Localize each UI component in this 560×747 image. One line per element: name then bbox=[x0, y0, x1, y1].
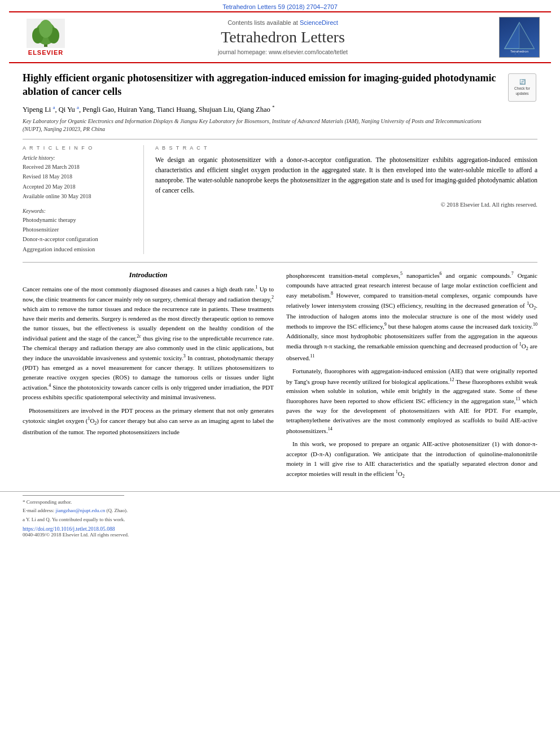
ref-9: 9 bbox=[384, 322, 387, 327]
sup-a1: a bbox=[53, 104, 55, 110]
homepage-line: journal homepage: www.elsevier.com/locat… bbox=[71, 49, 495, 55]
abstract-col: A B S T R A C T We design an organic pho… bbox=[155, 145, 537, 254]
affiliation-line: Key Laboratory for Organic Electronics a… bbox=[23, 117, 501, 133]
keyword-3: Donor-π-acceptor configuration bbox=[23, 234, 135, 244]
journal-title-banner: Tetrahedron Letters bbox=[71, 28, 495, 46]
article-info-col: A R T I C L E I N F O Article history: R… bbox=[23, 145, 144, 254]
right-para-3: In this work, we proposed to prepare an … bbox=[286, 439, 537, 480]
footer-divider bbox=[23, 495, 124, 496]
info-abstract-section: A R T I C L E I N F O Article history: R… bbox=[23, 145, 537, 263]
sup-a2: a bbox=[77, 104, 79, 110]
left-para-1: Cancer remains one of the most commonly … bbox=[23, 284, 274, 402]
revised-line: Revised 18 May 2018 bbox=[23, 172, 135, 182]
email-line: E-mail address: jiangzhao@njupt.edu.cn (… bbox=[23, 506, 537, 515]
ref-sup-1o2: 1 bbox=[88, 416, 90, 421]
right-para-2: Fortunately, fluorophores with aggregati… bbox=[286, 366, 537, 435]
received-line: Received 28 March 2018 bbox=[23, 162, 135, 172]
ref-12: 12 bbox=[449, 377, 454, 382]
ref-1o2c: 1 bbox=[396, 469, 398, 474]
ref-6: 6 bbox=[440, 271, 442, 276]
ref-2c: 2c bbox=[137, 334, 141, 339]
footer-doi[interactable]: https://doi.org/10.1016/j.tetlet.2018.05… bbox=[23, 526, 537, 532]
check-updates-badge: 🔄 Check forupdates bbox=[508, 73, 537, 102]
copyright-line: © 2018 Elsevier Ltd. All rights reserved… bbox=[155, 202, 537, 208]
contents-line: Contents lists available at ScienceDirec… bbox=[71, 19, 495, 26]
journal-reference-line: Tetrahedron Letters 59 (2018) 2704–2707 bbox=[0, 0, 560, 11]
footnote-a: a Y. Li and Q. Yu contributed equally to… bbox=[23, 516, 537, 524]
banner-center: Contents lists available at ScienceDirec… bbox=[71, 19, 495, 55]
elsevier-tree-icon bbox=[27, 19, 65, 48]
accepted-line: Accepted 20 May 2018 bbox=[23, 182, 135, 192]
ref-10: 10 bbox=[533, 322, 537, 327]
ref-5: 5 bbox=[400, 271, 403, 276]
article-title-section: Highly efficient organic photosensitizer… bbox=[23, 71, 537, 139]
ref-1: 1 bbox=[255, 285, 257, 290]
article-content: Highly efficient organic photosensitizer… bbox=[0, 63, 560, 480]
footer-issn: 0040-4039/© 2018 Elsevier Ltd. All right… bbox=[23, 532, 537, 538]
journal-banner: ELSEVIER Contents lists available at Sci… bbox=[9, 11, 551, 63]
email-suffix: (Q. Zhao). bbox=[107, 508, 128, 513]
body-left-col: Introduction Cancer remains one of the m… bbox=[23, 270, 274, 480]
tetrahedron-logo: Tetrahedron Letters bbox=[495, 17, 540, 58]
introduction-heading: Introduction bbox=[23, 270, 274, 279]
keywords-label: Keywords: bbox=[23, 208, 135, 214]
corresponding-note: * Corresponding author. bbox=[23, 498, 537, 506]
ref-13: 13 bbox=[515, 396, 520, 401]
article-info-label: A R T I C L E I N F O bbox=[23, 145, 135, 151]
ref-1o2a: 1 bbox=[527, 301, 529, 306]
sciencedirect-link[interactable]: ScienceDirect bbox=[300, 19, 338, 26]
ref-7: 7 bbox=[511, 271, 514, 276]
tetrahedron-logo-box: Tetrahedron Letters bbox=[499, 17, 540, 58]
contents-label: Contents lists available at bbox=[228, 19, 298, 26]
ref-8: 8 bbox=[331, 291, 333, 296]
keyword-2: Photosensitizer bbox=[23, 225, 135, 234]
journal-ref-text: Tetrahedron Letters 59 (2018) 2704–2707 bbox=[222, 3, 338, 10]
authors-line: Yipeng Li a, Qi Yu a, Pengli Gao, Huiran… bbox=[23, 104, 501, 114]
ref-3: 3 bbox=[183, 353, 186, 359]
body-right-col: phosphorescent transition-metal complexe… bbox=[286, 270, 537, 480]
email-address[interactable]: jiangzhao@njupt.edu.cn bbox=[55, 508, 105, 513]
keyword-4: Aggregation induced emission bbox=[23, 244, 135, 254]
ref-2: 2 bbox=[272, 295, 274, 300]
abstract-label: A B S T R A C T bbox=[155, 145, 537, 151]
body-two-col: Introduction Cancer remains one of the m… bbox=[23, 270, 537, 480]
email-label: E-mail address: bbox=[23, 508, 54, 513]
abstract-text: We design an organic photosensitizer wit… bbox=[155, 155, 537, 196]
article-title: Highly efficient organic photosensitizer… bbox=[23, 71, 501, 99]
svg-text:Letters: Letters bbox=[515, 53, 524, 54]
ref-4: 4 bbox=[49, 383, 51, 388]
elsevier-logo: ELSEVIER bbox=[20, 19, 71, 56]
available-line: Available online 30 May 2018 bbox=[23, 191, 135, 202]
right-para-1: phosphorescent transition-metal complexe… bbox=[286, 270, 537, 362]
article-history-label: Article history: bbox=[23, 155, 135, 161]
sup-star: * bbox=[272, 104, 275, 110]
ref-1o2b: 1 bbox=[519, 342, 522, 347]
keyword-1: Photodynamic therapy bbox=[23, 215, 135, 225]
left-para-2: Photosensitizers are involved in the PDT… bbox=[23, 406, 274, 437]
keywords-section: Keywords: Photodynamic therapy Photosens… bbox=[23, 208, 135, 254]
svg-point-5 bbox=[39, 20, 53, 38]
article-title-text: Highly efficient organic photosensitizer… bbox=[23, 71, 501, 133]
ref-14: 14 bbox=[328, 426, 333, 431]
page-footer: * Corresponding author. E-mail address: … bbox=[0, 491, 560, 543]
elsevier-wordmark: ELSEVIER bbox=[28, 49, 63, 56]
ref-11: 11 bbox=[310, 353, 314, 359]
check-updates-box: 🔄 Check forupdates bbox=[508, 73, 536, 102]
